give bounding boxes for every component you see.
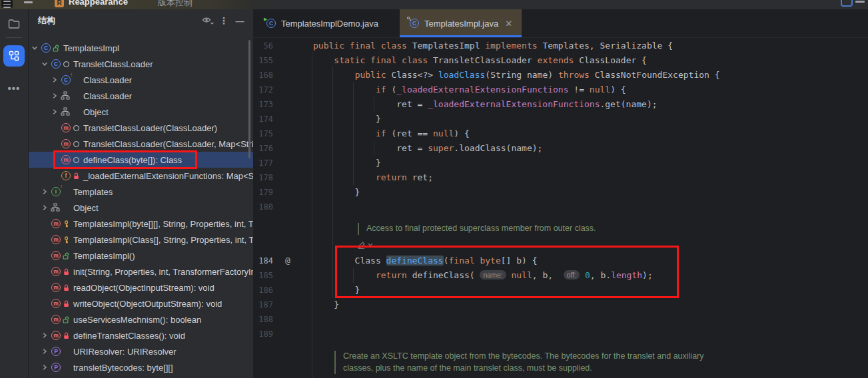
tree-scrollbar[interactable]: [248, 40, 250, 158]
tree-item[interactable]: minit(String, Properties, int, Transform…: [29, 264, 253, 280]
vcs-widget[interactable]: 版本控制: [158, 0, 193, 9]
line-number: 179: [253, 185, 273, 200]
toolbar-divider: [6, 37, 22, 38]
code-line[interactable]: 56public final class TemplatesImpl imple…: [253, 39, 868, 53]
tree-item-label: transletBytecodes: byte[][]: [73, 363, 173, 373]
close-tab-icon[interactable]: ✕: [505, 19, 512, 29]
tree-item[interactable]: mTransletClassLoader(ClassLoader, Map<St…: [29, 136, 253, 152]
method-icon: m: [51, 251, 61, 260]
line-number: 189: [253, 327, 273, 341]
public-open-lock-icon: [63, 252, 70, 260]
hide-panel-button[interactable]: —: [232, 13, 248, 28]
code-line[interactable]: 189: [253, 327, 868, 341]
tree-item-label: TemplatesImpl(Class[], String, Propertie…: [73, 235, 253, 245]
code-line[interactable]: 180: [253, 200, 868, 214]
public-open-lock-icon: [63, 316, 70, 323]
line-number: 177: [253, 156, 273, 170]
chevron-right-icon: [41, 364, 48, 371]
code-line[interactable]: 188: [253, 312, 868, 327]
code-line[interactable]: 172 if (_loadedExternalExtensionFunction…: [253, 83, 868, 97]
tree-item-label: ClassLoader: [83, 75, 132, 85]
indent-guide: [353, 83, 354, 185]
indent-guide: [332, 67, 333, 297]
code-line[interactable]: 174 }: [253, 112, 868, 126]
class-icon: C: [41, 43, 51, 53]
tree-item[interactable]: f_loadedExternalExtensionFunctions: Map<…: [29, 168, 253, 184]
tree-item-label: useServicesMechnism(): boolean: [73, 315, 201, 325]
project-tool-window-button[interactable]: [3, 13, 25, 35]
line-number: 180: [253, 200, 273, 214]
tab-label: TemplatesImpl.java: [424, 19, 498, 29]
chevron-down-icon: [41, 61, 48, 67]
tree-item[interactable]: mTemplatesImpl(byte[][], String, Propert…: [29, 216, 253, 232]
private-lock-icon: [73, 172, 79, 180]
chevron-right-icon: [41, 348, 48, 355]
public-open-lock-icon: [53, 45, 60, 52]
more-vertical-icon: ⋮: [219, 15, 228, 26]
more-tool-windows-button[interactable]: •••: [3, 77, 25, 98]
hierarchy-icon: [61, 91, 71, 100]
tree-item[interactable]: mdefineTransletClasses(): void: [29, 327, 253, 343]
tree-item-label: TransletClassLoader(ClassLoader): [83, 123, 217, 133]
tree-item[interactable]: museServicesMechnism(): boolean: [29, 311, 253, 327]
main-menu-icon[interactable]: [1, 0, 13, 8]
tree-item[interactable]: CTransletClassLoader: [29, 56, 253, 72]
tree-item[interactable]: PURIResolver: URIResolver: [29, 343, 253, 359]
tree-item[interactable]: mTemplatesImpl(Class[], String, Properti…: [29, 232, 253, 248]
code-area[interactable]: 56public final class TemplatesImpl imple…: [253, 37, 868, 378]
tree-item[interactable]: mwriteObject(ObjectOutputStream): void: [29, 295, 253, 311]
chevron-right-icon: [51, 77, 58, 83]
interface-super-icon: I↑: [51, 187, 61, 196]
hierarchy-icon: [61, 91, 70, 100]
code-line[interactable]: 168 public Class<?> loadClass(String nam…: [253, 68, 868, 83]
tree-item[interactable]: mTemplatesImpl(): [29, 248, 253, 264]
tree-item-label: URIResolver: URIResolver: [73, 347, 177, 357]
title-bar: R Reappearance 版本控制: [0, 0, 868, 9]
line-number: 185: [253, 268, 273, 283]
code-line[interactable]: 179 }: [253, 185, 868, 200]
code-line[interactable]: 187 }: [253, 297, 868, 312]
window-partial-icon[interactable]: [841, 0, 853, 7]
code-line[interactable]: 155 static final class TransletClassLoad…: [253, 53, 868, 68]
tree-item[interactable]: Object: [29, 104, 253, 120]
method-icon: m: [51, 331, 61, 340]
method-icon: m: [61, 139, 71, 148]
tree-item[interactable]: CTemplatesImpl: [29, 40, 253, 56]
tree-item[interactable]: mreadObject(ObjectInputStream): void: [29, 280, 253, 295]
annotation-gutter-icon: @: [285, 254, 290, 268]
tree-item[interactable]: I↑Templates: [29, 184, 253, 200]
code-line[interactable]: 178 return ret;: [253, 170, 868, 185]
structure-tool-window-button[interactable]: [3, 45, 25, 67]
project-name-button[interactable]: Reappearance: [69, 0, 128, 7]
tree-item-label: init(String, Properties, int, Transforme…: [73, 267, 253, 277]
structure-icon: [8, 50, 20, 62]
code-line[interactable]: 176 ret = super.loadClass(name);: [253, 141, 868, 156]
tree-item-label: Object: [83, 107, 109, 117]
hierarchy-icon: [51, 203, 61, 212]
editor-tab[interactable]: C▶TemplatesImplDemo.java: [256, 9, 388, 37]
private-lock-icon: [63, 284, 69, 291]
code-line[interactable]: 175 if (ret == null) {: [253, 126, 868, 141]
tree-item[interactable]: C↑ClassLoader: [29, 72, 253, 88]
line-number: 173: [253, 97, 273, 112]
tree-item[interactable]: Object: [29, 200, 253, 216]
tree-item[interactable]: mTransletClassLoader(ClassLoader): [29, 120, 253, 136]
tree-item[interactable]: PtransletBytecodes: byte[][]: [29, 359, 253, 375]
extends-arrow-icon: ↑: [60, 184, 63, 190]
tree-item[interactable]: ClassLoader: [29, 88, 253, 104]
panel-options-button[interactable]: ⋮: [216, 13, 232, 28]
line-number: 178: [253, 170, 273, 185]
method-icon: m: [51, 315, 61, 324]
annotation-box-code: [335, 246, 679, 298]
view-options-button[interactable]: [200, 13, 216, 28]
code-line[interactable]: 173 ret = _loadedExternalExtensionFuncti…: [253, 97, 868, 112]
key-overlay-icon: [406, 16, 412, 21]
line-number: 174: [253, 112, 273, 126]
tree-item-label: TemplatesImpl(byte[][], String, Properti…: [73, 219, 253, 229]
eye-icon: [202, 16, 214, 25]
tree-item-label: TransletClassLoader: [73, 59, 153, 69]
more-horizontal-icon: •••: [8, 83, 21, 94]
editor-tab[interactable]: CTemplatesImpl.java✕: [400, 9, 522, 37]
code-line[interactable]: 177 }: [253, 156, 868, 170]
toolbar-separator: [24, 1, 33, 3]
